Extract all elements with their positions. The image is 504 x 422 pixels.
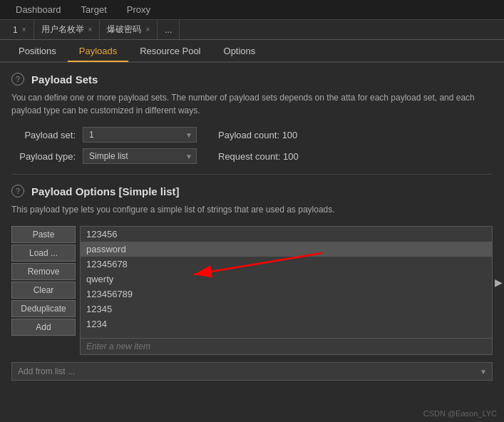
load-button[interactable]: Load ...	[11, 245, 76, 262]
new-item-input[interactable]	[80, 339, 493, 355]
payload-options-title: Payload Options [Simple list]	[31, 185, 180, 197]
payload-type-select-wrapper: Simple list ▼	[83, 148, 197, 164]
tab-positions[interactable]: Positions	[7, 40, 68, 61]
payload-sets-help-icon[interactable]: ?	[11, 73, 24, 86]
add-from-list-row: Add from list ... ▼	[11, 362, 493, 381]
tab-1[interactable]: 1 ×	[6, 20, 34, 39]
list-buttons: Paste Load ... Remove Clear Deduplicate …	[11, 226, 76, 355]
list-item[interactable]: 12345678	[81, 257, 492, 272]
list-item[interactable]: 123456789	[81, 287, 492, 302]
add-button[interactable]: Add	[11, 319, 76, 336]
payload-type-select[interactable]: Simple list	[83, 148, 197, 164]
payload-options-desc: This payload type lets you configure a s…	[11, 203, 493, 216]
payload-options-help-icon[interactable]: ?	[11, 185, 24, 197]
simple-list-container: Paste Load ... Remove Clear Deduplicate …	[11, 226, 493, 355]
tab-username-close[interactable]: ×	[88, 26, 93, 34]
payload-type-row: Payload type: Simple list ▼ Request coun…	[11, 148, 493, 164]
payload-sets-title: Payload Sets	[31, 73, 98, 86]
tab-more[interactable]: ...	[158, 20, 180, 39]
tab-username-label: 用户名枚举	[41, 24, 84, 36]
paste-button[interactable]: Paste	[11, 226, 76, 243]
tab-options[interactable]: Options	[212, 40, 267, 61]
payload-set-row: Payload set: 1 ▼ Payload count: 100	[11, 127, 493, 143]
payload-set-select-wrapper: 1 ▼	[83, 127, 197, 143]
main-content: ? Payload Sets You can define one or mor…	[0, 63, 504, 422]
section-divider	[11, 174, 493, 175]
tab-1-label: 1	[13, 25, 18, 35]
tab-payloads[interactable]: Payloads	[68, 41, 128, 62]
scroll-right-icon: ▶	[495, 277, 503, 288]
list-item[interactable]: qwerty	[81, 272, 492, 287]
list-area: 123456 password 12345678 qwerty 12345678…	[80, 226, 493, 355]
tab-1-close[interactable]: ×	[22, 26, 26, 34]
payload-set-label: Payload set:	[11, 130, 76, 140]
tab-password-label: 爆破密码	[107, 24, 141, 36]
add-from-list-wrapper: Add from list ... ▼	[11, 362, 493, 381]
payload-options-header: ? Payload Options [Simple list]	[11, 185, 493, 197]
nav-proxy[interactable]: Proxy	[117, 0, 160, 19]
list-item[interactable]: 123456	[81, 227, 492, 242]
request-count-text: Request count: 100	[218, 151, 299, 162]
list-item[interactable]: 1234	[81, 316, 492, 331]
list-item[interactable]: 12345	[81, 302, 492, 316]
tab-username[interactable]: 用户名枚举 ×	[34, 20, 101, 39]
deduplicate-button[interactable]: Deduplicate	[11, 300, 76, 317]
payload-type-label: Payload type:	[11, 151, 76, 162]
payload-set-select[interactable]: 1	[83, 127, 197, 143]
tab-resource-pool[interactable]: Resource Pool	[128, 40, 212, 61]
nav-dashboard[interactable]: Dashboard	[6, 0, 71, 19]
top-navigation: Dashboard Target Proxy	[0, 0, 504, 20]
list-item[interactable]: password	[81, 242, 492, 257]
watermark: CSDN @Eason_LYC	[423, 409, 497, 418]
section-tabs: Positions Payloads Resource Pool Options	[0, 40, 504, 63]
tab-password-close[interactable]: ×	[145, 26, 150, 34]
tab-more-label: ...	[165, 25, 172, 35]
tab-password[interactable]: 爆破密码 ×	[100, 20, 158, 39]
tab-bar: 1 × 用户名枚举 × 爆破密码 × ...	[0, 20, 504, 40]
add-from-list-select[interactable]: Add from list ...	[11, 362, 493, 381]
payload-count-text: Payload count: 100	[218, 130, 297, 140]
payload-sets-header: ? Payload Sets	[11, 73, 493, 86]
nav-target[interactable]: Target	[71, 0, 117, 19]
clear-button[interactable]: Clear	[11, 282, 76, 299]
payload-sets-desc: You can define one or more payload sets.…	[11, 91, 493, 117]
list-items[interactable]: 123456 password 12345678 qwerty 12345678…	[80, 226, 493, 339]
remove-button[interactable]: Remove	[11, 263, 76, 280]
list-items-wrapper: 123456 password 12345678 qwerty 12345678…	[80, 226, 493, 339]
